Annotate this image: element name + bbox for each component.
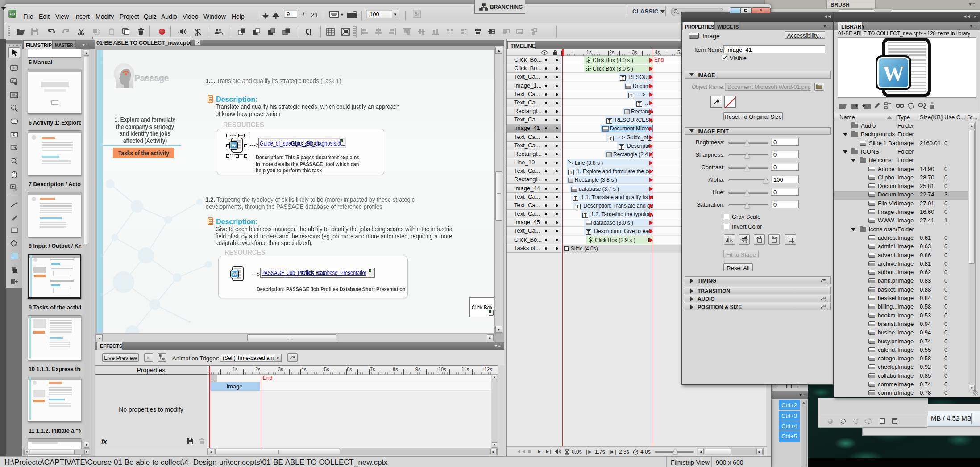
svg-text:T: T bbox=[13, 66, 16, 70]
svg-text:T: T bbox=[12, 185, 14, 189]
svg-text:T: T bbox=[12, 79, 14, 83]
